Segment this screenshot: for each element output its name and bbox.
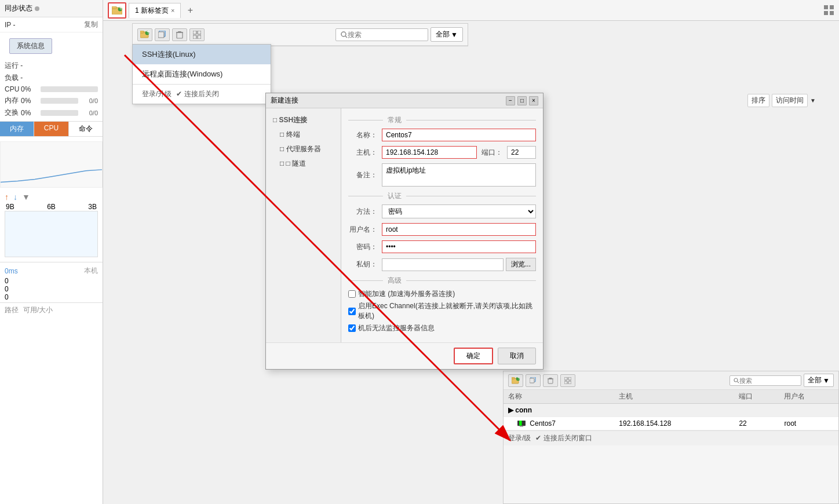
footer-login[interactable]: 登录/升级 [142,89,172,99]
conn-list-filter-arrow: ▼ [823,377,830,385]
note-input[interactable] [382,163,536,187]
svg-text:+: + [147,31,150,36]
tab-new-page[interactable]: 1 新标签页 × [129,3,181,18]
tab-cpu[interactable]: CPU [34,122,68,136]
sidebar-header: 同步状态 [0,0,103,17]
svg-rect-5 [140,31,144,33]
conn-list-del-btn[interactable] [543,374,558,387]
sort-label[interactable]: 排序 [747,94,769,107]
conn-folder-name: ▶ conn [504,404,838,417]
net-header: ↑ ↓ ▼ [5,192,98,202]
access-time-label[interactable]: 访问时间 [772,94,808,107]
name-input[interactable] [382,129,536,141]
tab-cmd[interactable]: 命令 [69,122,103,136]
sys-info-button[interactable]: 系统信息 [9,38,52,54]
conn-list-expand-btn[interactable] [560,374,575,387]
sidebar-terminal[interactable]: □ 终端 [266,127,341,142]
dropdown-item-ssh[interactable]: SSH连接(Linux) [133,45,271,64]
adv3-label: 机后无法监控服务器信息 [358,323,435,333]
conn-list-search-box[interactable] [729,375,801,386]
dialog-close-btn[interactable]: × [529,96,538,105]
filter-dropdown[interactable]: 全部 ▼ [431,27,463,42]
sidebar-tabs: 内存 CPU 命令 [0,121,103,137]
col-user: 用户名 [779,390,838,404]
net-vals: 9B 6B 3B [5,203,98,211]
svg-point-17 [341,32,346,36]
conn-list-copy-btn[interactable] [526,374,541,387]
adv2-checkbox[interactable] [348,308,356,315]
search-icon [341,31,348,38]
conn-folder-row: ▶ conn [504,404,838,417]
dialog-footer: 确定 取消 [266,342,543,369]
password-label: 密码： [348,242,377,252]
conn-list-footer-login[interactable]: 登录/级 [508,433,531,443]
disk-avail-label: 可用/大小 [23,305,53,315]
conn-item-port: 22 [734,417,779,430]
new-conn-btn[interactable]: + [137,28,152,41]
tab-close-btn[interactable]: × [171,7,174,14]
load-row: 负载 - [0,72,103,84]
conn-list-footer: 登录/级 ✔ 连接后关闭窗口 [504,430,838,445]
mem-val: 0% [21,97,38,105]
sidebar-proxy[interactable]: □ 代理服务器 [266,142,341,156]
footer-close[interactable]: ✔ 连接后关闭 [176,89,218,99]
conn-item-centos7[interactable]: ▮ Centos7 192.168.154.128 22 root [504,417,838,430]
sort-arrow-icon: ▼ [810,97,816,104]
host-input[interactable] [382,146,477,159]
tab-mem[interactable]: 内存 [0,122,34,136]
svg-text:+: + [119,6,123,12]
adv3-checkbox[interactable] [348,324,356,332]
conn-list-search-input[interactable] [739,377,797,384]
tab-label: 1 新标签页 [135,6,169,16]
local-label: 本机 [84,266,98,276]
conn-list-filter[interactable]: 全部 ▼ [804,374,834,387]
delete-conn-btn[interactable] [172,28,187,41]
conn-item-name: ▮ Centos7 [504,417,614,430]
svg-rect-25 [548,379,553,384]
conn-list-footer-close[interactable]: ✔ 连接后关闭窗口 [535,433,592,443]
expand-btn[interactable] [189,28,205,41]
net-graph [5,211,98,257]
grid-icon[interactable] [824,5,834,16]
copy-btn[interactable]: 复制 [84,20,98,30]
dialog-maximize-btn[interactable]: □ [517,96,527,105]
user-input[interactable] [382,223,536,236]
browse-button[interactable]: 浏览... [506,258,536,271]
conn-list-filter-label: 全部 [808,375,822,385]
sidebar-ssh-group[interactable]: □ SSH连接 [266,113,341,127]
svg-rect-10 [177,32,183,38]
search-input[interactable] [348,31,417,39]
ok-button[interactable]: 确定 [454,348,493,364]
mem-extra: 0/0 [81,97,98,104]
password-input[interactable] [382,240,536,253]
add-tab-button[interactable]: + [183,3,197,17]
folder-expand-icon: ▶ [508,406,515,414]
sidebar-tunnel[interactable]: □ □ 隧道 [266,156,341,171]
method-select[interactable]: 密码 [382,204,536,218]
privkey-input[interactable] [382,258,504,271]
swap-row: 交换 0% 0/0 [0,107,103,119]
folder-button[interactable]: + [108,2,126,19]
svg-rect-29 [568,377,571,380]
dialog-minimize-btn[interactable]: − [506,96,515,105]
dropdown-item-rdp[interactable]: 远程桌面连接(Windows) [133,64,271,84]
filter-arrow-icon: ▼ [451,31,458,39]
net-up: 9B [6,203,14,211]
lat-val3: 0 [5,293,98,301]
copy-conn-btn[interactable] [155,28,170,41]
dialog-sidebar: □ SSH连接 □ 终端 □ 代理服务器 □ □ 隧道 [266,108,341,342]
dropdown-menu: SSH连接(Linux) 远程桌面连接(Windows) 登录/升级 ✔ 连接后… [132,44,271,104]
disk-section: 路径 可用/大小 [0,302,103,319]
swap-bar-bg [41,110,78,116]
lat-val1: 0 [5,277,98,285]
port-input[interactable] [507,146,536,159]
conn-list-panel: + [503,371,839,504]
svg-rect-36 [520,426,523,427]
search-box[interactable] [335,28,428,41]
adv1-checkbox[interactable] [348,290,356,298]
cancel-button[interactable]: 取消 [498,348,536,364]
folder-label: conn [515,406,532,414]
dropdown-footer: 登录/升级 ✔ 连接后关闭 [133,84,271,104]
conn-list-new-btn[interactable]: + [508,374,523,387]
conn-item-user: root [779,417,838,430]
